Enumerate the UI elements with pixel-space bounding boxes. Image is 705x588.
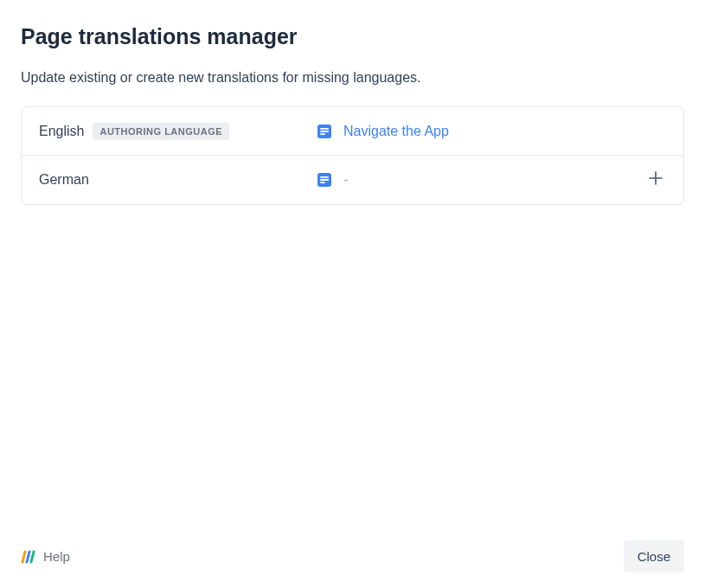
- translation-page-link[interactable]: Navigate the App: [343, 124, 449, 139]
- add-translation-button[interactable]: [645, 169, 666, 190]
- authoring-language-badge: AUTHORING LANGUAGE: [93, 123, 229, 140]
- page-icon: [316, 123, 333, 140]
- svg-rect-1: [320, 128, 329, 130]
- translation-missing-placeholder: -: [343, 172, 348, 188]
- plus-icon: [648, 170, 663, 189]
- page-subtitle: Update existing or create new translatio…: [21, 70, 684, 86]
- svg-rect-7: [320, 182, 325, 183]
- language-name: German: [39, 172, 89, 188]
- modal-footer: Help Close: [0, 527, 705, 588]
- page-title: Page translations manager: [21, 24, 684, 49]
- close-button[interactable]: Close: [624, 540, 684, 572]
- help-label: Help: [43, 549, 70, 564]
- translations-table: English AUTHORING LANGUAGE Navigate the …: [21, 106, 684, 205]
- table-row: German -: [22, 156, 683, 204]
- table-row: English AUTHORING LANGUAGE Navigate the …: [22, 107, 683, 156]
- help-link[interactable]: Help: [21, 549, 70, 565]
- svg-rect-3: [320, 133, 325, 135]
- help-icon: [21, 549, 36, 565]
- svg-rect-2: [320, 131, 329, 132]
- page-icon: [316, 171, 333, 189]
- svg-rect-5: [320, 176, 329, 178]
- language-name: English: [39, 124, 84, 139]
- svg-rect-6: [320, 179, 329, 181]
